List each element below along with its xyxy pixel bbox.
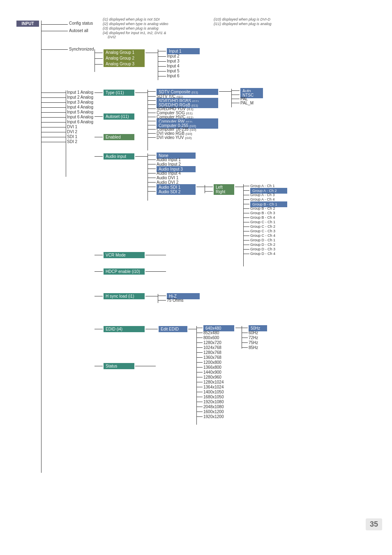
line-audio	[95, 156, 103, 157]
line-gc1	[243, 222, 249, 222]
line-sync	[41, 49, 68, 50]
line-gb1	[243, 204, 249, 204]
analog-group-2[interactable]: Analog Group 2	[104, 55, 145, 61]
audio-sdi2[interactable]: Audio SDI 2	[157, 189, 196, 195]
line-audio-dvi2	[148, 182, 156, 183]
line-ntsc	[231, 95, 240, 95]
line-gd4	[243, 254, 249, 254]
vcr-mode-box[interactable]: VCR Mode	[104, 252, 145, 258]
line-res19	[196, 416, 203, 417]
page-number: 35	[366, 518, 382, 530]
line-vcr-end	[145, 255, 166, 255]
analog-group-3[interactable]: Analog Group 3	[104, 61, 145, 67]
line-to-sdtv	[135, 92, 148, 93]
note-i3: (i3) displayed when plug is analog	[103, 26, 159, 30]
line-sdtv2	[148, 96, 156, 97]
edid-box[interactable]: EDID (i4)	[104, 326, 145, 332]
rate-85: 85Hz	[249, 345, 258, 350]
line-sdi2	[41, 142, 66, 142]
line-hiz	[158, 296, 166, 296]
line-sdtv8	[148, 121, 156, 121]
line-res1	[196, 328, 203, 328]
config-status-label: Config status	[69, 21, 93, 26]
line-input6	[158, 76, 166, 76]
line-left	[205, 187, 213, 187]
line-res12	[196, 382, 203, 382]
line-res13	[196, 387, 203, 387]
note-i2: (i2) displayed when type is analog video	[103, 22, 168, 26]
line-res6	[196, 352, 203, 353]
line-res2	[196, 333, 203, 333]
sdi2: SDI 2	[67, 139, 77, 144]
line-85hz	[242, 347, 248, 348]
line-res9	[196, 367, 203, 368]
analog-group-1[interactable]: Analog Group 1	[104, 49, 145, 56]
line-ga2	[243, 190, 249, 191]
line-right	[205, 191, 213, 192]
audio-input-box[interactable]: Audio input	[104, 153, 134, 160]
line-autoset-box	[95, 116, 103, 117]
autoset-box[interactable]: Autoset (i11)	[104, 113, 134, 120]
line-ga1	[243, 186, 249, 186]
line-ga4	[243, 199, 249, 200]
line-res10	[196, 372, 203, 372]
line-audio-none	[148, 155, 156, 155]
group-d-ch4: Group D - Ch 4	[250, 251, 275, 256]
line-ga3	[243, 195, 249, 195]
line-75hz	[242, 342, 248, 343]
h-sync-load-box[interactable]: H sync load (i1)	[104, 293, 145, 299]
line-sdtv12	[148, 137, 156, 138]
line-ia5	[41, 112, 66, 113]
line-res16	[196, 402, 203, 402]
line-audio1	[148, 160, 156, 160]
res-1920-1200: 1920x1200	[203, 414, 224, 419]
line-palm	[231, 103, 240, 103]
type-box[interactable]: Type (i11)	[104, 90, 134, 96]
line-ag1	[95, 53, 103, 53]
line-75ohm	[158, 300, 166, 301]
line-hdcp	[95, 271, 103, 272]
line-res7	[196, 357, 203, 358]
line-sdtv4	[148, 104, 156, 105]
analog-v-line	[66, 90, 66, 177]
line-sdtv3	[148, 100, 156, 101]
line-res14	[196, 392, 203, 392]
line-res18	[196, 412, 203, 412]
line-gb4	[243, 217, 249, 218]
line-gb2	[243, 208, 249, 209]
edit-edid-btn[interactable]: Edit EDID	[159, 326, 187, 332]
line-audio2	[148, 164, 156, 164]
dvi-yuv: DVI video YUV (i10)	[157, 135, 191, 140]
75-ohms-option: 75 Ohms	[167, 298, 184, 303]
line-auto	[231, 90, 240, 91]
line-res15	[196, 397, 203, 397]
line-audio4	[148, 173, 156, 173]
note-dvi2: DVI2	[108, 35, 116, 39]
line-pal	[231, 99, 240, 99]
right-channel[interactable]: Right	[214, 189, 234, 195]
line-to-edit-edid	[145, 329, 158, 329]
line-audio-sdi1	[148, 187, 156, 187]
enabled-box[interactable]: Enabled	[104, 134, 134, 140]
line-to-autoset	[219, 91, 231, 92]
line-ag2	[95, 58, 103, 59]
line-to-refresh	[235, 328, 242, 328]
status-box[interactable]: Status	[104, 363, 134, 369]
line-to-chgroups	[235, 187, 243, 187]
line-gc2	[243, 227, 249, 227]
hdcp-enable-box[interactable]: HDCP enable (i10)	[104, 268, 145, 275]
note-i4: (i4) displayed for input In1, In2, DVI1 …	[103, 31, 166, 35]
line-sdi1	[41, 137, 66, 137]
sdtv-v-line	[148, 90, 148, 150]
line-72hz	[242, 338, 248, 338]
line-input4	[158, 66, 166, 67]
line-ia6b	[41, 122, 66, 123]
line-type	[95, 92, 103, 93]
line-edid	[95, 329, 103, 329]
line-gd2	[243, 245, 249, 245]
res-v-line	[196, 326, 197, 425]
line-50hz	[242, 328, 248, 328]
inputs-v-line	[158, 49, 158, 80]
line-enabled-box	[95, 137, 103, 137]
line-input2	[158, 56, 166, 57]
